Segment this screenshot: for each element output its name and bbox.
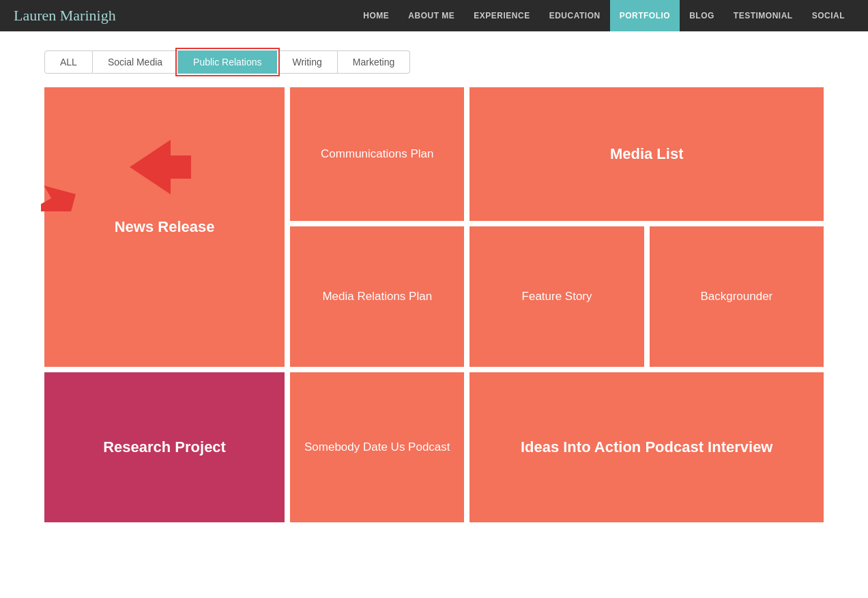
nav-link-experience[interactable]: EXPERIENCE [464,0,539,31]
nav-link-portfolio[interactable]: PORTFOLIO [610,0,680,31]
nav-item-education[interactable]: EDUCATION [540,0,610,31]
nav-links: Home ABOUT ME EXPERIENCE EDUCATION PORTF… [353,0,854,31]
nav-link-social[interactable]: SOCIAL [802,0,854,31]
portfolio-grid: News Release Communications Plan Media L… [44,87,824,522]
portfolio-item-comm-plan[interactable]: Communications Plan [290,87,464,221]
nav-item-social[interactable]: SOCIAL [802,0,854,31]
nav-link-blog[interactable]: BLOG [680,0,724,31]
portfolio-item-research[interactable]: Research Project [44,372,285,522]
portfolio-item-media-list[interactable]: Media List [469,87,824,221]
nav-item-portfolio[interactable]: PORTFOLIO [610,0,680,31]
portfolio-item-backgrounder[interactable]: Backgrounder [650,226,824,367]
nav-item-about[interactable]: ABOUT ME [399,0,464,31]
portfolio-section: News Release Communications Plan Media L… [0,87,868,550]
portfolio-item-podcast[interactable]: Somebody Date Us Podcast [290,372,464,522]
nav-item-testimonial[interactable]: TESTIMONIAL [724,0,802,31]
filter-btn-public-relations[interactable]: Public Relations [178,50,277,74]
nav-item-experience[interactable]: EXPERIENCE [464,0,539,31]
nav-link-home[interactable]: Home [353,0,399,31]
filter-btn-all[interactable]: ALL [44,50,93,74]
filter-btn-writing[interactable]: Writing [277,50,337,74]
portfolio-item-feature-story[interactable]: Feature Story [469,226,643,367]
filter-bar: ALL Social Media Public Relations Writin… [0,31,868,87]
nav-link-about[interactable]: ABOUT ME [399,0,464,31]
filter-btn-marketing[interactable]: Marketing [338,50,410,74]
navigation: Lauren Marinigh Home ABOUT ME EXPERIENCE… [0,0,868,31]
nav-link-education[interactable]: EDUCATION [540,0,610,31]
filter-btn-social-media[interactable]: Social Media [93,50,178,74]
nav-item-home[interactable]: Home [353,0,399,31]
nav-link-testimonial[interactable]: TESTIMONIAL [724,0,802,31]
nav-item-blog[interactable]: BLOG [680,0,724,31]
portfolio-item-media-rel[interactable]: Media Relations Plan [290,226,464,367]
site-logo[interactable]: Lauren Marinigh [14,7,116,25]
portfolio-item-ideas[interactable]: Ideas Into Action Podcast Interview [469,372,824,522]
portfolio-item-news-release[interactable]: News Release [44,87,285,367]
